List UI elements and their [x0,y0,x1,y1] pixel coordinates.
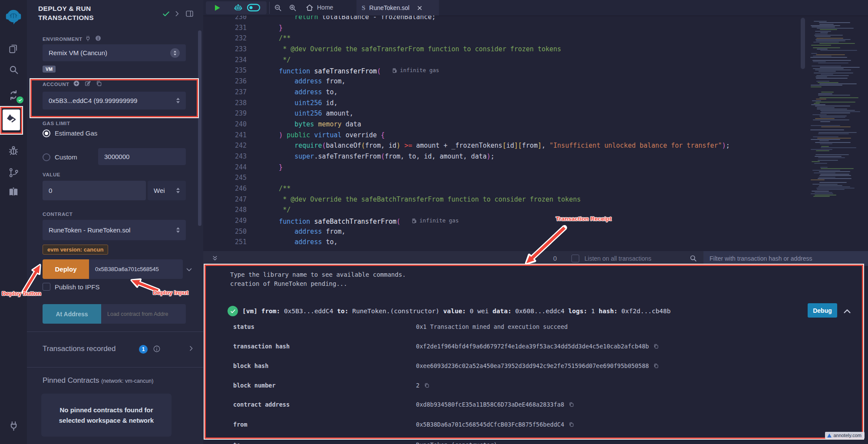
receipt-row: from0x5B38Da6a701c568545dCfcB03FcB875f56… [233,421,855,431]
terminal[interactable]: Type the library name to see available c… [203,266,868,444]
receipt-row-value: 2 [416,382,419,389]
minimap[interactable] [809,20,868,199]
code-line: 249 function safeBatchTransferFrom(infin… [203,215,802,226]
line-number: 245 [203,172,247,183]
value-input[interactable] [43,181,146,200]
plugin-manager-icon[interactable] [0,421,27,431]
code-editor[interactable]: 230 return totalBalance - frozenBalance;… [203,16,868,251]
custom-gas-radio[interactable] [43,153,50,161]
environment-info-icon[interactable] [95,35,102,42]
deploy-run-icon[interactable] [3,109,20,130]
deploy-constructor-input[interactable] [89,259,183,279]
collapse-receipt-icon[interactable] [842,307,852,316]
code-line: 239 uint256 amount, [203,108,802,119]
deploy-button[interactable]: Deploy [43,259,89,279]
watermark: annotely.com [825,432,865,439]
account-label: ACCOUNT [43,82,69,87]
filter-transactions-input[interactable] [703,251,868,266]
search-icon[interactable] [689,254,697,262]
custom-gas-input[interactable] [98,148,186,165]
line-number: 249 [203,215,247,226]
icon-rail [0,0,27,444]
receipt-row: status0x1 Transaction mined and executio… [233,323,855,333]
debug-button[interactable]: Debug [808,303,837,318]
receipt-row-value: 0xf2de1f964bfd4f9a6d67972f4e1dea39f53ac3… [416,343,649,350]
chevron-down-icon[interactable] [185,266,193,273]
line-number: 246 [203,183,247,194]
ai-robot-icon[interactable] [234,3,243,12]
receipt-row-label: transaction hash [233,343,290,350]
remix-ai-logo[interactable] [0,7,27,27]
chevron-updown-icon [176,227,180,233]
value-unit-select[interactable]: Wei [148,181,186,200]
pinned-contracts-label: Pinned Contracts (network: vm-cancun) [43,376,153,385]
copy-icon[interactable] [424,382,430,388]
copy-icon[interactable] [653,363,659,369]
run-script-icon[interactable] [213,3,221,14]
page-title: DEPLOY & RUNTRANSACTIONS [38,4,129,22]
line-number: 231 [203,23,247,33]
publish-ipfs-checkbox[interactable] [43,283,50,291]
copy-icon[interactable] [568,421,574,427]
line-number: 237 [203,87,247,98]
estimated-gas-radio[interactable] [43,129,50,137]
line-number: 232 [203,33,247,44]
terminal-line: Type the library name to see available c… [230,271,406,278]
debugger-icon[interactable] [0,145,27,156]
receipt-row-value: RuneToken.(constructor) [416,441,497,444]
at-address-button[interactable]: At Address [43,304,101,324]
transactions-info-icon[interactable] [153,345,161,353]
fork-state-icon[interactable] [85,35,91,42]
code-line: 245 [203,172,802,183]
receipt-row-label: to [233,441,240,444]
chevron-updown-icon [176,188,180,193]
environment-select[interactable]: Remix VM (Cancun) [43,44,186,61]
code-line: 230 return totalBalance - frozenBalance; [203,16,802,23]
copy-icon[interactable] [568,401,574,408]
copy-icon[interactable] [653,343,659,349]
ai-toggle-icon[interactable] [246,3,261,12]
value-label: VALUE [43,172,60,177]
panel-scrollbar[interactable] [198,30,201,226]
pin-panel-icon[interactable] [185,9,194,18]
file-explorer-icon[interactable] [0,43,27,54]
editor-toolbar: Home S RuneToken.sol [203,0,868,16]
home-tab[interactable]: Home [317,4,333,11]
account-value: 0x5B3...eddC4 (99.999999999 [49,97,137,104]
pin-check-icon[interactable] [162,10,170,18]
code-line: 233 * @dev Override the safeTransferFrom… [203,44,802,55]
chevron-updown-icon [170,48,180,58]
home-icon[interactable] [305,3,314,12]
tab-runetoken-sol[interactable]: S RuneToken.sol [356,0,439,16]
copy-account-icon[interactable] [96,80,102,87]
code-line: 247 * @dev Override the safeBatchTransfe… [203,194,802,205]
contract-select[interactable]: RuneToken - RuneToken.sol [43,220,186,240]
line-number: 230 [203,16,247,23]
listen-transactions-checkbox[interactable] [571,255,579,262]
search-icon[interactable] [0,64,27,75]
listen-transactions-label: Listen on all transactions [584,255,651,262]
deploy-run-icon[interactable] [0,109,27,130]
annotely-logo-icon [827,434,832,437]
environment-label: ENVIRONMENT [43,36,83,42]
editor-scrollbar[interactable] [801,18,805,69]
deploy-run-panel: DEPLOY & RUNTRANSACTIONS ENVIRONMENT Rem… [27,0,204,444]
code-line: 240 bytes memory data [203,119,802,130]
code-line: 238 uint256 id, [203,98,802,109]
account-select[interactable]: 0x5B3...eddC4 (99.999999999 [43,92,186,109]
receipt-row: contract address0xd8b934580fcE35a11B58C6… [233,401,855,411]
transaction-summary[interactable]: [vm] from: 0x5B3...eddC4 to: RuneToken.(… [242,308,671,315]
add-account-icon[interactable] [73,80,80,87]
learneth-icon[interactable] [0,186,27,198]
collapse-terminal-icon[interactable] [211,255,219,262]
chevron-right-icon[interactable] [173,10,181,18]
close-tab-icon[interactable] [417,5,422,11]
zoom-out-icon[interactable] [274,3,282,12]
receipt-row-label: from [233,421,248,428]
zoom-in-icon[interactable] [288,3,297,12]
transactions-expand-icon[interactable] [188,345,195,352]
git-icon[interactable] [0,167,27,178]
solidity-compiler-icon[interactable] [0,89,27,101]
edit-account-icon[interactable] [84,80,91,87]
at-address-input[interactable] [101,304,186,324]
